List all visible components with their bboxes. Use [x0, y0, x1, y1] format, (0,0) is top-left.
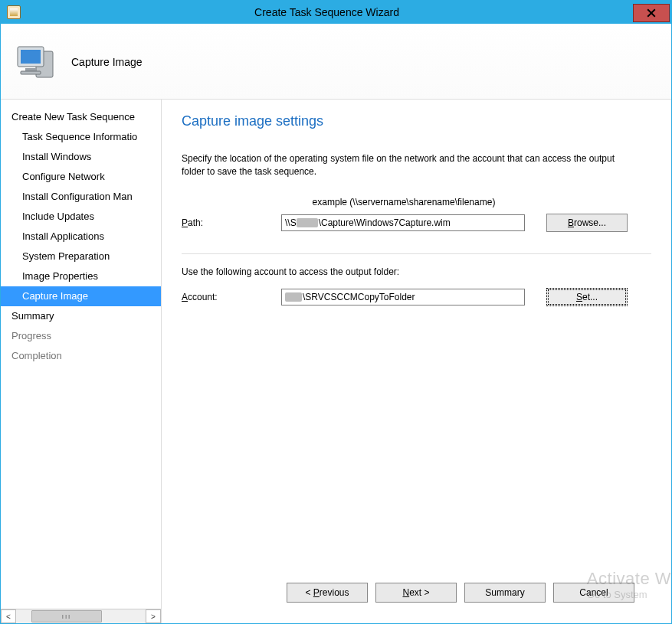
title-bar: Create Task Sequence Wizard	[1, 1, 671, 24]
nav-step-install-cm[interactable]: Install Configuration Man	[1, 187, 161, 207]
path-value-suffix: \Capture\Windows7Capture.wim	[319, 215, 451, 230]
computer-icon	[15, 41, 57, 83]
wizard-header: Capture Image	[1, 24, 671, 100]
close-icon	[647, 8, 656, 18]
nav-section-completion: Completion	[1, 346, 161, 366]
path-row: Path: \\S \Capture\Windows7Capture.wim B…	[182, 214, 651, 232]
nav-step-task-sequence-info[interactable]: Task Sequence Informatio	[1, 127, 161, 147]
page-title: Capture Image	[71, 56, 143, 68]
sidebar-scrollbar[interactable]: < III >	[1, 609, 161, 623]
set-button[interactable]: Set...	[546, 288, 628, 306]
nav-step-include-updates[interactable]: Include Updates	[1, 207, 161, 227]
browse-button[interactable]: Browse...	[546, 214, 628, 232]
nav-step-install-apps[interactable]: Install Applications	[1, 227, 161, 247]
path-redacted	[297, 218, 318, 227]
nav-step-system-prep[interactable]: System Preparation	[1, 247, 161, 266]
svg-rect-5	[25, 68, 36, 71]
summary-button[interactable]: Summary	[464, 583, 546, 603]
account-value: \SRVCSCCMCopyToFolder	[303, 289, 415, 305]
nav-section-summary[interactable]: Summary	[1, 306, 161, 326]
nav-tree: Create New Task Sequence Task Sequence I…	[1, 100, 161, 609]
path-label: Path:	[182, 217, 281, 228]
previous-button[interactable]: < Previous	[287, 583, 368, 603]
nav-section-create[interactable]: Create New Task Sequence	[1, 107, 161, 127]
scroll-right-icon[interactable]: >	[146, 609, 161, 623]
path-value-prefix: \\S	[285, 215, 297, 230]
account-intro: Use the following account to access the …	[182, 266, 651, 277]
wizard-window: Create Task Sequence Wizard Capture Imag…	[0, 0, 672, 624]
wizard-footer: < Previous Next > Summary Cancel	[182, 570, 651, 616]
content-heading: Capture image settings	[182, 113, 651, 129]
svg-rect-6	[21, 71, 41, 74]
sidebar: Create New Task Sequence Task Sequence I…	[1, 100, 162, 623]
nav-step-capture-image[interactable]: Capture Image	[1, 286, 161, 306]
svg-rect-4	[21, 50, 41, 64]
separator	[182, 253, 651, 254]
app-icon	[7, 5, 21, 19]
nav-step-install-windows[interactable]: Install Windows	[1, 147, 161, 167]
nav-step-image-properties[interactable]: Image Properties	[1, 266, 161, 286]
nav-step-configure-network[interactable]: Configure Network	[1, 167, 161, 187]
next-button[interactable]: Next >	[375, 583, 457, 603]
nav-section-progress: Progress	[1, 326, 161, 346]
path-input[interactable]: \\S \Capture\Windows7Capture.wim	[281, 214, 525, 231]
wizard-body: Create New Task Sequence Task Sequence I…	[1, 100, 671, 623]
path-example: example (\\servername\sharename\filename…	[281, 197, 526, 207]
content-pane: Capture image settings Specify the locat…	[162, 100, 671, 623]
cancel-button[interactable]: Cancel	[553, 583, 634, 603]
scroll-track[interactable]: III	[16, 609, 146, 623]
scroll-left-icon[interactable]: <	[1, 609, 16, 623]
account-row: Account: \SRVCSCCMCopyToFolder Set...	[182, 288, 651, 306]
account-redacted	[285, 292, 302, 302]
scroll-thumb[interactable]: III	[31, 610, 102, 622]
account-label: Account:	[182, 292, 281, 302]
content-description: Specify the location of the operating sy…	[182, 152, 626, 178]
account-field[interactable]: \SRVCSCCMCopyToFolder	[281, 289, 525, 305]
window-title: Create Task Sequence Wizard	[21, 6, 633, 18]
close-button[interactable]	[633, 4, 670, 22]
